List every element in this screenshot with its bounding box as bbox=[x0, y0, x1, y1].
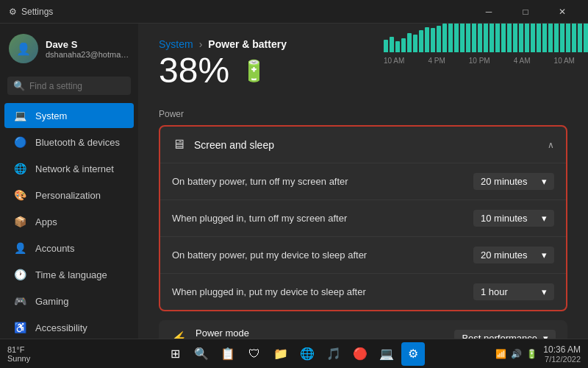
chart-bar bbox=[554, 24, 559, 52]
screen-sleep-icon: 🖥 bbox=[172, 137, 185, 152]
personalization-icon: 🎨 bbox=[13, 188, 26, 202]
chart-label-1: 10 AM bbox=[384, 57, 404, 65]
user-name: Dave S bbox=[46, 39, 129, 50]
main-content: System › Power & battery 38% 🔋 50% 10 AM… bbox=[138, 24, 588, 368]
battery-sleep-row: On battery power, put my device to sleep… bbox=[160, 237, 566, 274]
settings-taskbar-button[interactable]: ⚙ bbox=[401, 342, 425, 366]
weather-info: 81°F Sunny bbox=[7, 345, 30, 363]
app-container: 👤 Dave S dshanaha23@hotmail.com 🔍 💻 Syst… bbox=[0, 24, 588, 368]
chart-bar bbox=[490, 24, 494, 52]
nav-label-accounts: Accounts bbox=[35, 243, 74, 254]
chart-bar bbox=[548, 24, 553, 52]
terminal-button[interactable]: 💻 bbox=[375, 342, 398, 366]
minimize-button[interactable]: ─ bbox=[472, 0, 506, 24]
weather-condition: Sunny bbox=[7, 354, 30, 363]
nav-item-gaming[interactable]: 🎮 Gaming bbox=[4, 289, 134, 314]
chart-bar bbox=[431, 28, 435, 52]
nav-item-system[interactable]: 💻 System bbox=[4, 103, 134, 128]
nav-item-accounts[interactable]: 👤 Accounts bbox=[4, 236, 134, 261]
gaming-icon: 🎮 bbox=[13, 294, 26, 308]
edge-button[interactable]: 🌐 bbox=[295, 342, 319, 366]
app-title: Settings bbox=[21, 7, 53, 17]
explorer-button[interactable]: 📁 bbox=[269, 342, 293, 366]
chart-bar bbox=[566, 24, 570, 52]
sidebar: 👤 Dave S dshanaha23@hotmail.com 🔍 💻 Syst… bbox=[0, 24, 138, 368]
plugged-sleep-label: When plugged in, put my device to sleep … bbox=[172, 286, 366, 297]
nav-item-personalization[interactable]: 🎨 Personalization bbox=[4, 183, 134, 208]
weather-temp: 81°F bbox=[7, 345, 30, 354]
breadcrumb-parent[interactable]: System bbox=[159, 38, 193, 50]
chart-bar bbox=[478, 24, 482, 52]
chart-bar bbox=[542, 24, 547, 52]
nav-label-accessibility: Accessibility bbox=[35, 322, 87, 333]
chart-label-5: 10 AM bbox=[554, 57, 575, 65]
user-profile[interactable]: 👤 Dave S dshanaha23@hotmail.com bbox=[0, 24, 138, 74]
close-button[interactable]: ✕ bbox=[545, 0, 579, 24]
chart-bar bbox=[448, 24, 453, 52]
nav-label-time: Time & language bbox=[35, 269, 107, 280]
maximize-button[interactable]: □ bbox=[509, 0, 542, 24]
battery-screen-off-dropdown[interactable]: 20 minutes ▾ bbox=[473, 173, 554, 190]
nav-label-system: System bbox=[35, 110, 67, 121]
time-icon: 🕐 bbox=[13, 268, 26, 281]
chart-bar bbox=[472, 24, 476, 52]
breadcrumb: System › Power & battery bbox=[159, 38, 287, 50]
chart-bar bbox=[560, 24, 564, 52]
search-container[interactable]: 🔍 bbox=[7, 77, 131, 95]
media-button[interactable]: 🎵 bbox=[322, 342, 345, 366]
start-button[interactable]: ⊞ bbox=[163, 342, 187, 366]
search-input[interactable] bbox=[29, 81, 138, 91]
screen-sleep-group: 🖥 Screen and sleep ∧ On battery power, t… bbox=[159, 125, 567, 311]
tray-network-icon[interactable]: 📶 bbox=[495, 349, 506, 359]
power-mode-title: Power mode bbox=[196, 328, 409, 339]
plugged-screen-off-row: When plugged in, turn off my screen afte… bbox=[160, 200, 566, 237]
chart-bar bbox=[537, 24, 541, 52]
nav-item-time[interactable]: 🕐 Time & language bbox=[4, 262, 134, 287]
chart-bar bbox=[584, 24, 588, 52]
accounts-icon: 👤 bbox=[13, 241, 26, 255]
clock[interactable]: 10:36 AM 7/12/2022 bbox=[543, 344, 581, 364]
network-icon: 🌐 bbox=[13, 162, 26, 175]
nav-item-bluetooth[interactable]: 🔵 Bluetooth & devices bbox=[4, 130, 134, 155]
chevron-down-icon: ▾ bbox=[542, 176, 547, 187]
app-button-red[interactable]: 🔴 bbox=[348, 342, 372, 366]
nav-item-network[interactable]: 🌐 Network & internet bbox=[4, 156, 134, 181]
tray-battery-icon[interactable]: 🔋 bbox=[526, 349, 537, 359]
battery-sleep-dropdown[interactable]: 20 minutes ▾ bbox=[473, 247, 554, 263]
plugged-screen-off-value: 10 minutes bbox=[481, 213, 528, 224]
chart-bar bbox=[419, 30, 423, 52]
plugged-screen-off-dropdown[interactable]: 10 minutes ▾ bbox=[473, 210, 554, 227]
battery-sleep-label: On battery power, put my device to sleep… bbox=[172, 250, 367, 261]
window-controls: ─ □ ✕ bbox=[472, 0, 579, 24]
titlebar: ⚙ Settings ─ □ ✕ bbox=[0, 0, 588, 24]
taskbar-weather: 81°F Sunny bbox=[7, 345, 30, 363]
clock-time: 10:36 AM bbox=[543, 344, 581, 355]
screen-sleep-chevron: ∧ bbox=[548, 140, 554, 150]
bluetooth-icon: 🔵 bbox=[13, 135, 26, 149]
chart-bar bbox=[384, 40, 388, 52]
screen-sleep-title: Screen and sleep bbox=[194, 139, 539, 151]
header-left: System › Power & battery 38% 🔋 bbox=[159, 38, 287, 100]
nav-item-apps[interactable]: 📦 Apps bbox=[4, 209, 134, 234]
nav-label-network: Network & internet bbox=[35, 163, 114, 174]
chart-bar bbox=[401, 38, 406, 52]
clock-date: 7/12/2022 bbox=[543, 355, 581, 364]
chart-bar bbox=[413, 35, 417, 52]
battery-percentage: 38% bbox=[159, 53, 229, 88]
chart-bar bbox=[460, 24, 465, 52]
chart-bar bbox=[531, 24, 535, 52]
chart-label-3: 10 PM bbox=[469, 57, 490, 65]
search-taskbar-button[interactable]: 🔍 bbox=[190, 342, 213, 366]
nav-item-accessibility[interactable]: ♿ Accessibility bbox=[4, 315, 134, 340]
avatar: 👤 bbox=[9, 34, 38, 63]
battery-screen-off-row: On battery power, turn off my screen aft… bbox=[160, 163, 566, 200]
screen-sleep-header[interactable]: 🖥 Screen and sleep ∧ bbox=[160, 127, 566, 163]
taskview-button[interactable]: 📋 bbox=[216, 342, 240, 366]
chart-bar bbox=[466, 24, 470, 52]
plugged-sleep-value: 1 hour bbox=[481, 286, 508, 297]
tray-sound-icon[interactable]: 🔊 bbox=[511, 349, 522, 359]
battery-screen-off-value: 20 minutes bbox=[481, 176, 528, 187]
plugged-sleep-dropdown[interactable]: 1 hour ▾ bbox=[473, 283, 554, 300]
widgets-button[interactable]: 🛡 bbox=[243, 342, 266, 366]
battery-sleep-value: 20 minutes bbox=[481, 250, 528, 261]
